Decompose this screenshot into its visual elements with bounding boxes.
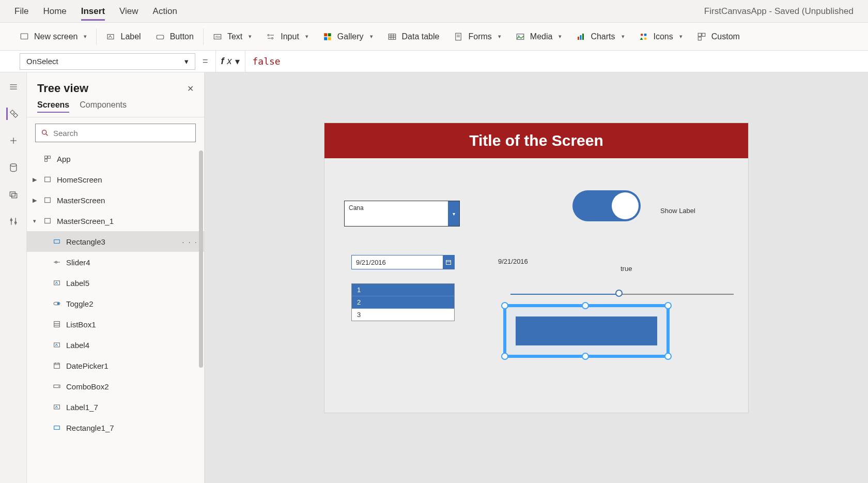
menu-action[interactable]: Action (153, 2, 177, 21)
tree-node-label4[interactable]: Label4 (27, 335, 204, 355)
data-icon[interactable] (7, 161, 20, 174)
scrollbar-thumb[interactable] (199, 150, 203, 368)
input-dropdown[interactable]: Input ▾ (259, 23, 316, 50)
combobox-control[interactable]: Cana ▾ (344, 201, 460, 227)
hamburger-icon[interactable] (7, 81, 20, 93)
chevron-down-icon: ▾ (249, 33, 252, 40)
tree-view-title: Tree view (37, 82, 88, 95)
rectangle-shape[interactable] (516, 316, 657, 345)
menu-file[interactable]: File (14, 2, 28, 21)
list-item[interactable]: 2 (352, 296, 454, 309)
ribbon-media-label: Media (530, 32, 553, 41)
svg-point-22 (518, 35, 519, 36)
datepicker-control[interactable]: 9/21/2016 (351, 255, 455, 269)
svg-rect-64 (54, 363, 60, 368)
screen-title-bar[interactable]: Title of the Screen (324, 123, 748, 158)
formula-input[interactable]: false (245, 56, 868, 67)
svg-line-47 (46, 134, 48, 135)
app-icon (42, 155, 53, 163)
property-selector[interactable]: OnSelect ▾ (20, 53, 195, 70)
toggle-control[interactable] (572, 190, 641, 221)
search-icon (41, 129, 49, 137)
tree-node-listbox1[interactable]: ListBox1 (27, 314, 204, 335)
resize-handle[interactable] (664, 302, 672, 309)
menu-insert[interactable]: Insert (81, 2, 105, 21)
text-dropdown[interactable]: Abc Text ▾ (206, 23, 259, 50)
selection-outline[interactable] (503, 304, 670, 358)
svg-rect-50 (45, 159, 48, 162)
tree-node-homescreen[interactable]: ▶ HomeScreen (27, 169, 204, 190)
tree-node-masterscreen1[interactable]: ▾ MasterScreen_1 (27, 210, 204, 231)
search-input[interactable] (53, 129, 190, 138)
close-icon[interactable]: ✕ (187, 84, 194, 94)
tab-components[interactable]: Components (80, 100, 127, 113)
svg-rect-70 (54, 426, 60, 430)
calendar-icon[interactable] (443, 255, 454, 269)
list-item[interactable]: 3 (352, 309, 454, 321)
resize-handle[interactable] (501, 302, 508, 309)
label-button[interactable]: Label (99, 23, 148, 50)
slider-thumb[interactable] (615, 290, 623, 297)
svg-rect-1 (107, 34, 114, 39)
add-icon[interactable] (7, 134, 20, 147)
svg-rect-13 (389, 34, 396, 39)
forms-dropdown[interactable]: Forms ▾ (446, 23, 508, 50)
svg-rect-29 (698, 33, 701, 36)
ribbon-custom-label: Custom (711, 32, 740, 41)
fx-button[interactable]: fx▾ (215, 51, 245, 72)
tree-node-rectangle1-7[interactable]: Rectangle1_7 (27, 417, 204, 438)
tree-node-toggle2[interactable]: Toggle2 (27, 293, 204, 314)
svg-rect-54 (54, 240, 60, 244)
list-item[interactable]: 1 (352, 284, 454, 296)
new-screen-button[interactable]: New screen ▾ (12, 23, 94, 50)
toggle-icon (52, 299, 62, 308)
svg-rect-36 (13, 113, 18, 117)
media-panel-icon[interactable] (7, 188, 20, 201)
svg-point-46 (42, 130, 47, 134)
svg-rect-40 (10, 192, 15, 196)
left-rail (0, 72, 27, 483)
svg-rect-9 (324, 33, 327, 36)
gallery-dropdown[interactable]: Gallery ▾ (316, 23, 380, 50)
resize-handle[interactable] (501, 353, 508, 360)
tree-node-datepicker1[interactable]: DatePicker1 (27, 355, 204, 376)
formula-bar: OnSelect ▾ = fx▾ false (0, 51, 868, 72)
listbox-control[interactable]: 1 2 3 (351, 283, 455, 321)
combobox-dropdown-icon[interactable]: ▾ (448, 201, 459, 226)
svg-rect-60 (54, 322, 60, 327)
chevron-down-icon: ▾ (31, 218, 38, 224)
tree-node-rectangle3[interactable]: Rectangle3 · · · (27, 231, 204, 252)
more-icon[interactable]: · · · (182, 237, 198, 246)
resize-handle[interactable] (664, 353, 672, 360)
button-button[interactable]: Button (148, 23, 201, 50)
charts-dropdown[interactable]: Charts ▾ (569, 23, 631, 50)
tab-screens[interactable]: Screens (37, 100, 69, 113)
app-canvas[interactable]: Title of the Screen Cana ▾ Show Label 9/… (324, 123, 748, 413)
insert-ribbon: New screen ▾ Label Button Abc Text ▾ Inp… (0, 23, 868, 51)
tree-node-label1-7[interactable]: Label1_7 (27, 397, 204, 417)
chevron-down-icon: ▾ (84, 33, 87, 40)
resize-handle[interactable] (582, 353, 589, 360)
svg-rect-11 (324, 37, 327, 40)
search-box[interactable] (35, 124, 196, 142)
icons-dropdown[interactable]: Icons ▾ (632, 23, 690, 50)
toggle-knob (612, 192, 639, 219)
tree-node-label5[interactable]: Label5 (27, 273, 204, 293)
tools-icon[interactable] (7, 215, 20, 228)
slider-control[interactable] (510, 292, 734, 298)
tree-node-app[interactable]: App (27, 148, 204, 169)
tree-view-icon[interactable] (6, 108, 19, 120)
svg-rect-24 (580, 35, 582, 40)
menu-view[interactable]: View (119, 2, 138, 21)
chevron-down-icon: ▾ (498, 33, 501, 40)
chevron-down-icon: ▾ (184, 57, 189, 66)
datatable-button[interactable]: Data table (380, 23, 447, 50)
tree-node-masterscreen[interactable]: ▶ MasterScreen (27, 190, 204, 210)
media-dropdown[interactable]: Media ▾ (508, 23, 569, 50)
tree-node-combobox2[interactable]: ComboBox2 (27, 376, 204, 397)
svg-point-5 (268, 34, 269, 36)
custom-dropdown[interactable]: Custom (690, 23, 747, 50)
menu-home[interactable]: Home (43, 2, 66, 21)
resize-handle[interactable] (582, 302, 589, 309)
tree-node-slider4[interactable]: Slider4 (27, 252, 204, 273)
